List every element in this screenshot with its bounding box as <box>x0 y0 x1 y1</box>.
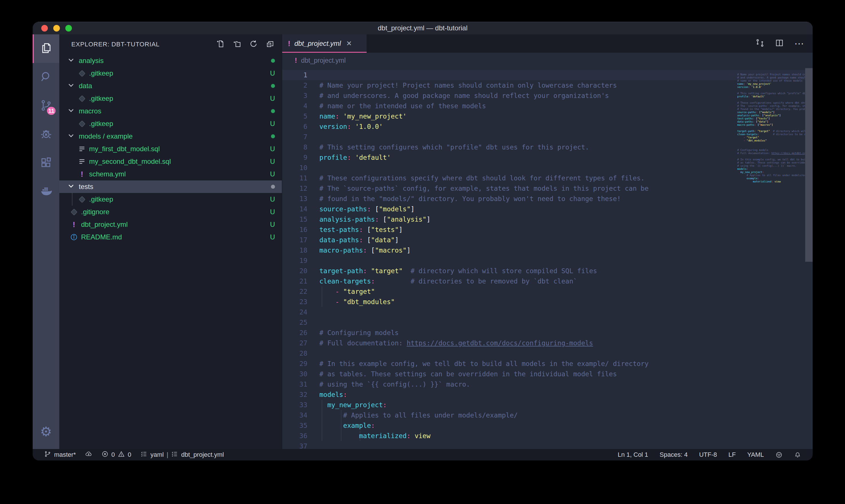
tree-item-models-example[interactable]: models / example <box>59 130 282 143</box>
tree-item-label: my_first_dbt_model.sql <box>89 145 160 153</box>
problems-status[interactable]: 0 0 <box>102 450 131 459</box>
git-status-badge: U <box>270 158 275 165</box>
line-number: 23 <box>282 297 319 307</box>
tab-bar: ! dbt_project.yml ✕ ⋯ <box>282 34 813 53</box>
code-line-2: 2# Name your project! Project names shou… <box>282 80 734 90</box>
files-icon <box>40 42 52 56</box>
tree-item--gitkeep[interactable]: .gitkeepU <box>59 92 282 105</box>
activity-debug[interactable] <box>33 120 59 149</box>
git-file-icon <box>78 196 86 203</box>
code-line-28: 28 <box>282 348 734 359</box>
tree-item--gitkeep[interactable]: .gitkeepU <box>59 193 282 205</box>
warning-triangle-icon <box>118 450 125 459</box>
tree-item-tests[interactable]: tests <box>59 180 282 193</box>
scm-badge: 11 <box>46 106 56 116</box>
feedback-smiley-icon[interactable] <box>775 451 783 458</box>
tree-item-label: models / example <box>79 132 132 140</box>
tree-item-my-second-dbt-model-sql[interactable]: my_second_dbt_model.sqlU <box>59 155 282 168</box>
open-changes-icon[interactable] <box>755 38 765 49</box>
activity-extensions[interactable] <box>33 149 59 178</box>
explorer-sidebar: EXPLORER: DBT-TUTORIAL analysis.gitkeepU… <box>59 34 282 449</box>
cursor-position[interactable]: Ln 1, Col 1 <box>617 451 648 458</box>
git-status-badge: U <box>270 120 275 128</box>
tree-item-macros[interactable]: macros <box>59 105 282 118</box>
git-status-badge: U <box>270 233 275 241</box>
code-line-10: 10 <box>282 163 734 173</box>
sql-file-icon <box>78 145 86 152</box>
code-area[interactable]: 12# Name your project! Project names sho… <box>282 68 813 449</box>
sql-file-icon <box>78 158 86 165</box>
encoding-status[interactable]: UTF-8 <box>699 451 717 458</box>
close-tab-icon[interactable]: ✕ <box>346 39 352 48</box>
tree-item--gitignore[interactable]: .gitignoreU <box>59 205 282 218</box>
tree-item-dbt-project-yml[interactable]: !dbt_project.ymlU <box>59 218 282 231</box>
git-branch-icon <box>44 450 51 459</box>
git-status-badge: U <box>270 94 275 103</box>
line-number: 24 <box>282 307 319 317</box>
tree-item-label: macros <box>79 107 102 115</box>
git-status-badge: U <box>270 170 275 178</box>
tree-item-label: .gitignore <box>81 208 109 216</box>
code-line-29: 29# In this example config, we tell dbt … <box>282 359 734 369</box>
window-title: dbt_project.yml — dbt-tutorial <box>33 24 813 32</box>
line-number: 7 <box>282 132 319 142</box>
sync-status[interactable] <box>85 450 92 459</box>
tree-item--gitkeep[interactable]: .gitkeepU <box>59 67 282 79</box>
info-file-icon <box>70 233 78 241</box>
split-editor-icon[interactable] <box>775 38 784 49</box>
breadcrumb[interactable]: ! dbt_project.yml <box>282 53 813 68</box>
activity-search[interactable] <box>33 63 59 92</box>
editor-group: ! dbt_project.yml ✕ ⋯ ! dbt_project.yml <box>282 34 813 449</box>
tree-item--gitkeep[interactable]: .gitkeepU <box>59 118 282 130</box>
code-line-6: 6version: '1.0.0' <box>282 122 734 132</box>
tree-item-analysis[interactable]: analysis <box>59 54 282 67</box>
notifications-bell-icon[interactable] <box>794 451 801 458</box>
eol-status[interactable]: LF <box>729 451 736 458</box>
tree-item-schema-yml[interactable]: !schema.ymlU <box>59 168 282 180</box>
code-line-9: 9profile: 'default' <box>282 152 734 163</box>
language-mode[interactable]: YAML <box>747 451 764 458</box>
code-line-27: 27# Full documentation: https://docs.get… <box>282 338 734 348</box>
indentation-status[interactable]: Spaces: 4 <box>660 451 688 458</box>
activity-docker[interactable] <box>33 178 59 206</box>
code-line-36: 36 materialized: view <box>282 431 734 441</box>
tree-item-data[interactable]: data <box>59 79 282 92</box>
chevron-down-icon <box>67 81 75 91</box>
tree-item-readme-md[interactable]: README.mdU <box>59 231 282 244</box>
line-number: 18 <box>282 245 319 255</box>
schema-file-label: dbt_project.yml <box>181 451 224 458</box>
yaml-warning-icon: ! <box>295 56 297 65</box>
yaml-schema-status[interactable]: yaml | dbt_project.yml <box>140 450 224 459</box>
code-line-16: 16test-paths: ["tests"] <box>282 224 734 235</box>
tree-item-label: analysis <box>79 57 104 65</box>
line-number: 33 <box>282 400 319 410</box>
scrollbar-thumb[interactable] <box>805 68 813 262</box>
git-file-icon <box>78 70 86 77</box>
settings-gear-button[interactable]: ⚙ <box>33 419 59 444</box>
refresh-icon[interactable] <box>249 39 258 49</box>
error-circle-icon <box>102 450 109 459</box>
docker-icon <box>40 185 52 199</box>
line-number: 35 <box>282 420 319 431</box>
line-number: 6 <box>282 122 319 132</box>
more-actions-icon[interactable]: ⋯ <box>794 42 805 45</box>
code-line-3: 3# and underscores. A good package name … <box>282 90 734 101</box>
new-folder-icon[interactable] <box>233 39 241 49</box>
collapse-all-icon[interactable] <box>266 39 274 49</box>
minimap[interactable]: # Name your project! Project names shoul… <box>734 68 805 449</box>
activity-explorer[interactable] <box>33 34 59 63</box>
breadcrumb-file: dbt_project.yml <box>301 57 346 65</box>
warning-count: 0 <box>128 451 131 458</box>
git-status-badge: U <box>270 220 275 229</box>
chevron-down-icon <box>67 131 75 142</box>
activity-source-control[interactable]: 11 <box>33 92 59 120</box>
tree-item-my-first-dbt-model-sql[interactable]: my_first_dbt_model.sqlU <box>59 143 282 155</box>
chevron-down-icon <box>67 106 75 116</box>
yaml-schema-label: yaml <box>150 451 164 458</box>
git-status-badge <box>271 109 275 113</box>
code-line-5: 5name: 'my_new_project' <box>282 111 734 122</box>
tab-dbt-project-yml[interactable]: ! dbt_project.yml ✕ <box>282 34 367 53</box>
new-file-icon[interactable] <box>216 39 224 49</box>
branch-status[interactable]: master* <box>44 450 76 459</box>
line-number: 2 <box>282 80 319 90</box>
